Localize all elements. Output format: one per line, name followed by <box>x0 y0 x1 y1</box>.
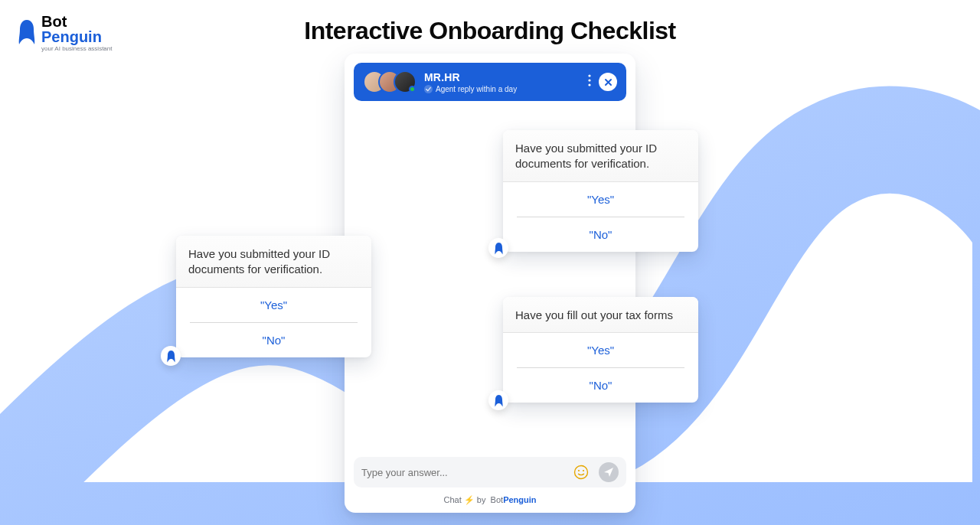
svg-point-4 <box>578 470 580 471</box>
brand-tagline: your AI business assistant <box>41 46 113 52</box>
status-online-dot <box>409 86 416 93</box>
chat-footer: Chat ⚡ by BotPenguin <box>345 491 635 513</box>
avatar <box>394 70 416 93</box>
chat-subtext: Agent reply within a day <box>436 85 517 93</box>
option-no[interactable]: "No" <box>503 368 698 403</box>
chat-input[interactable] <box>361 467 564 478</box>
prompt-question: Have you submitted your ID documents for… <box>176 236 371 288</box>
option-yes[interactable]: "Yes" <box>503 182 698 217</box>
bolt-icon: ⚡ <box>464 495 475 504</box>
more-icon[interactable] <box>588 74 591 90</box>
chat-input-bar <box>354 457 626 488</box>
option-yes[interactable]: "Yes" <box>503 333 698 367</box>
option-yes[interactable]: "Yes" <box>176 288 371 322</box>
chat-header: MR.HR Agent reply within a day <box>354 63 626 101</box>
chat-title: MR.HR <box>424 71 580 83</box>
svg-point-0 <box>588 74 590 77</box>
prompt-question: Have you submitted your ID documents for… <box>503 130 698 182</box>
svg-point-1 <box>588 79 590 81</box>
svg-point-5 <box>583 470 584 471</box>
close-button[interactable] <box>599 73 617 91</box>
penguin-bubble-icon <box>488 390 508 410</box>
penguin-bubble-icon <box>488 238 508 258</box>
prompt-card-id-left: Have you submitted your ID documents for… <box>176 236 371 357</box>
verified-icon <box>424 85 433 93</box>
page-title: Interactive Onboarding Checklist <box>0 17 980 45</box>
penguin-bubble-icon <box>161 346 181 366</box>
option-no[interactable]: "No" <box>503 217 698 252</box>
chat-widget: MR.HR Agent reply within a day <box>345 54 635 513</box>
prompt-question: Have you fill out your tax forms <box>503 297 698 333</box>
send-button[interactable] <box>599 462 619 482</box>
prompt-card-id-right: Have you submitted your ID documents for… <box>503 130 698 252</box>
prompt-card-tax: Have you fill out your tax forms "Yes" "… <box>503 297 698 403</box>
svg-point-3 <box>575 466 588 479</box>
emoji-icon[interactable] <box>571 462 591 482</box>
avatar-stack <box>363 70 416 93</box>
svg-point-2 <box>588 83 590 86</box>
option-no[interactable]: "No" <box>176 323 371 357</box>
